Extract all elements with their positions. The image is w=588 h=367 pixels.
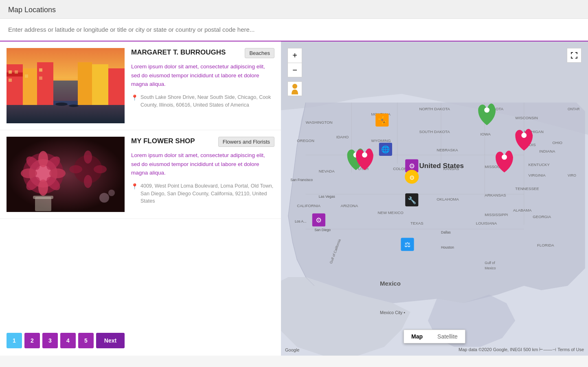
svg-point-32 (84, 175, 92, 188)
svg-text:KENTUCKY: KENTUCKY (529, 162, 550, 167)
map-type-satellite[interactable]: Satellite (430, 330, 465, 343)
svg-text:⚙: ⚙ (409, 174, 415, 181)
svg-rect-13 (15, 70, 18, 74)
svg-text:SOUTH DAKOTA: SOUTH DAKOTA (419, 129, 450, 134)
svg-text:WASHINGTON: WASHINGTON (306, 120, 333, 125)
search-input[interactable] (8, 26, 580, 33)
page-btn-4[interactable]: 4 (60, 333, 76, 348)
address-text-margaret: South Lake Shore Drive, Near South Side,… (140, 94, 274, 109)
svg-rect-7 (108, 68, 125, 105)
main-content: MARGARET T. BURROUGHS Beaches Lorem ipsu… (0, 42, 588, 356)
zoom-in-button[interactable]: + (287, 48, 302, 63)
svg-text:ONTAR: ONTAR (568, 107, 579, 111)
svg-text:OHIO: OHIO (553, 140, 563, 145)
svg-point-100 (502, 155, 507, 160)
svg-text:INDIANA: INDIANA (539, 149, 555, 153)
svg-text:FLORIDA: FLORIDA (537, 243, 554, 247)
svg-text:Las Vegas: Las Vegas (319, 194, 335, 199)
list-scroll[interactable]: MARGARET T. BURROUGHS Beaches Lorem ipsu… (0, 42, 281, 325)
svg-text:🌐: 🌐 (381, 145, 390, 154)
svg-point-24 (21, 168, 37, 178)
card-header-flower: MY FLOWER SHOP Flowers and Florists (131, 137, 274, 147)
map-type-map[interactable]: Map (404, 330, 430, 343)
location-pin-icon: 📍 (131, 94, 138, 101)
address-text-flower: 4009, West Point Loma Boulevard, Loma Po… (140, 182, 274, 205)
svg-text:🔧: 🔧 (408, 196, 417, 205)
svg-point-97 (362, 152, 367, 157)
card-address-flower: 📍 4009, West Point Loma Boulevard, Loma … (131, 182, 274, 205)
list-panel: MARGARET T. BURROUGHS Beaches Lorem ipsu… (0, 42, 281, 356)
svg-text:NEW MEXICO: NEW MEXICO (378, 210, 404, 215)
svg-text:IDAHO: IDAHO (336, 135, 349, 139)
svg-rect-14 (9, 79, 12, 82)
svg-text:GEORGIA: GEORGIA (533, 214, 551, 219)
card-title-flower: MY FLOWER SHOP (131, 137, 195, 146)
svg-text:Dallas: Dallas (441, 230, 451, 234)
map-footer-info: Map data ©2020 Google, INEGI 500 km ⊢——⊣… (459, 347, 584, 352)
zoom-out-button[interactable]: − (287, 63, 302, 77)
svg-rect-35 (35, 197, 51, 211)
svg-text:OKLAHOMA: OKLAHOMA (437, 197, 459, 201)
location-pin-icon-2: 📍 (131, 183, 138, 190)
card-content-flower: MY FLOWER SHOP Flowers and Florists Lore… (131, 137, 274, 205)
svg-rect-6 (92, 64, 108, 105)
svg-text:ARKANSAS: ARKANSAS (485, 193, 506, 197)
svg-rect-16 (39, 68, 42, 72)
svg-text:San Francisco: San Francisco (290, 178, 313, 182)
svg-text:Houston: Houston (441, 245, 454, 249)
svg-text:IOWA: IOWA (480, 132, 491, 136)
next-button[interactable]: Next (96, 333, 125, 348)
svg-text:Mexico City •: Mexico City • (380, 310, 405, 315)
svg-point-34 (94, 165, 107, 173)
svg-point-10 (55, 103, 68, 106)
svg-text:VIRGINIA: VIRGINIA (529, 173, 546, 177)
card-address-margaret: 📍 South Lake Shore Drive, Near South Sid… (131, 94, 274, 109)
card-badge-margaret: Beaches (245, 48, 274, 58)
map-footer-google: Google (285, 347, 299, 352)
svg-rect-17 (39, 76, 42, 80)
svg-text:MISSISSIPPI: MISSISSIPPI (485, 212, 508, 217)
svg-rect-8 (78, 62, 92, 105)
svg-text:CALIFORNIA: CALIFORNIA (297, 203, 320, 208)
svg-text:⚙: ⚙ (316, 216, 322, 224)
svg-point-98 (521, 133, 527, 138)
svg-rect-3 (23, 68, 37, 105)
location-card-margaret: MARGARET T. BURROUGHS Beaches Lorem ipsu… (0, 42, 281, 130)
svg-text:NEVADA: NEVADA (319, 169, 335, 173)
svg-point-37 (99, 193, 109, 203)
page-title: Map Locations (8, 6, 580, 14)
svg-text:🤸: 🤸 (378, 116, 387, 125)
street-view-button[interactable] (287, 81, 302, 96)
svg-text:LOUISIANA: LOUISIANA (476, 221, 497, 225)
svg-point-33 (69, 165, 82, 173)
svg-text:WISCONSIN: WISCONSIN (515, 116, 538, 120)
page-btn-1[interactable]: 1 (7, 333, 22, 348)
map-background: WASHINGTON MONTANA NORTH DAKOTA MINNESOT… (281, 42, 588, 356)
svg-text:NORTH DAKOTA: NORTH DAKOTA (419, 107, 450, 111)
svg-text:Mexico: Mexico (485, 266, 496, 270)
location-card-flower: MY FLOWER SHOP Flowers and Florists Lore… (0, 130, 281, 219)
svg-point-31 (84, 151, 92, 164)
svg-point-118 (292, 84, 297, 89)
svg-point-99 (484, 107, 489, 113)
svg-text:VIRO: VIRO (568, 173, 576, 177)
fullscreen-button[interactable] (567, 48, 581, 63)
svg-point-23 (38, 179, 48, 196)
svg-text:⚖: ⚖ (404, 240, 410, 249)
card-image-beaches (7, 48, 125, 123)
svg-text:Mexico: Mexico (380, 280, 401, 287)
svg-text:Los A...: Los A... (295, 219, 307, 223)
map-controls: + − (287, 48, 302, 96)
card-badge-flower: Flowers and Florists (218, 137, 274, 147)
card-description-margaret: Lorem ipsum dolor sit amet, consectetur … (131, 62, 274, 89)
svg-text:ARIZONA: ARIZONA (340, 203, 358, 208)
svg-text:ALABAMA: ALABAMA (513, 208, 532, 212)
page-btn-3[interactable]: 3 (42, 333, 58, 348)
svg-point-11 (69, 105, 79, 107)
svg-rect-9 (53, 81, 78, 105)
page-btn-2[interactable]: 2 (24, 333, 40, 348)
card-image-flowers (7, 137, 125, 212)
page-btn-5[interactable]: 5 (78, 333, 94, 348)
page-header: Map Locations (0, 0, 588, 19)
svg-text:San Diego: San Diego (314, 228, 331, 232)
